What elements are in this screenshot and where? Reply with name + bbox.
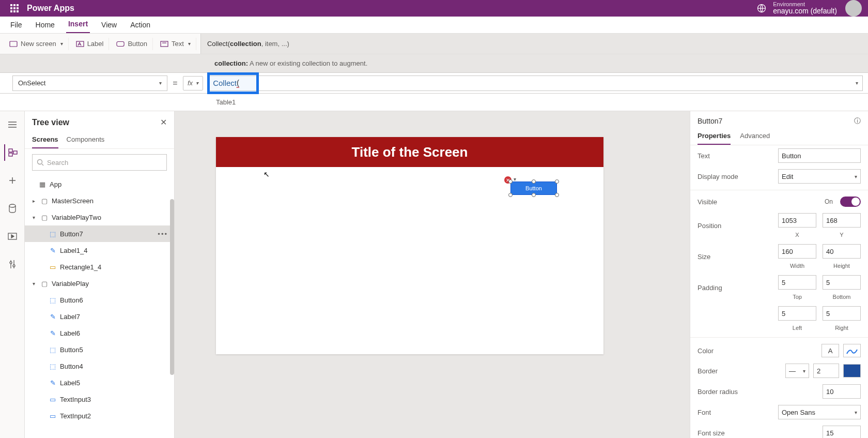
chevron-down-icon: ▾: [188, 41, 191, 47]
rail-tree-view[interactable]: [4, 144, 21, 161]
formula-input[interactable]: Collect( ▾: [208, 75, 863, 91]
canvas-area: Title of the Screen ↖ Button ✕ ▾ Variab: [175, 111, 690, 438]
formula-suggestion[interactable]: Table1: [216, 98, 236, 106]
rectangle-control-icon: ▭: [49, 263, 57, 271]
insert-label-button[interactable]: Label: [71, 38, 110, 50]
canvas-stage[interactable]: Title of the Screen ↖ Button ✕ ▾: [175, 111, 690, 438]
tab-screens[interactable]: Screens: [32, 132, 58, 148]
tree-node-textinput3[interactable]: ▭TextInput3: [25, 391, 174, 407]
menu-file[interactable]: File: [8, 18, 24, 33]
close-icon[interactable]: ✕: [160, 117, 167, 127]
prop-visible-toggle[interactable]: [840, 197, 861, 207]
button-control-icon: ⬚: [49, 362, 57, 370]
rail-data[interactable]: [4, 200, 21, 217]
prop-visible-value: On: [825, 198, 833, 205]
collapse-icon[interactable]: ▾: [30, 281, 37, 286]
new-screen-button[interactable]: New screen ▾: [4, 38, 69, 50]
tree-node-label1-4[interactable]: ✎Label1_4: [25, 242, 174, 259]
tree-view-panel: Tree view ✕ Screens Components Search ▦A…: [25, 111, 175, 438]
chevron-down-icon[interactable]: ▾: [856, 80, 858, 86]
tree-search-input[interactable]: Search: [32, 154, 167, 171]
cursor-icon: ↖: [264, 170, 270, 178]
menu-view[interactable]: View: [99, 18, 119, 33]
prop-displaymode-select[interactable]: Edit▾: [778, 169, 861, 184]
button-control-icon: ⬚: [49, 296, 57, 304]
prop-pos-x-input[interactable]: 1053: [778, 213, 816, 228]
tree-node-masterscreen[interactable]: ▸▢MasterScreen: [25, 192, 174, 209]
artboard[interactable]: Title of the Screen ↖ Button ✕ ▾: [216, 137, 603, 354]
prop-label-text: Text: [698, 152, 774, 160]
tree-node-button4[interactable]: ⬚Button4: [25, 358, 174, 374]
waffle-icon[interactable]: [6, 0, 23, 17]
user-avatar[interactable]: [845, 0, 862, 17]
resize-handle[interactable]: [508, 179, 513, 184]
menu-home[interactable]: Home: [34, 18, 57, 33]
tree-node-variableplay[interactable]: ▾▢VariablePlay: [25, 275, 174, 292]
prop-border-width-input[interactable]: 2: [813, 364, 839, 378]
prop-font-color-button[interactable]: A: [822, 344, 839, 357]
title-bar: Power Apps Environment enayu.com (defaul…: [0, 0, 868, 17]
prop-text-input[interactable]: Button: [778, 148, 861, 163]
tab-components[interactable]: Components: [67, 132, 105, 148]
rail-advanced-tools[interactable]: [4, 256, 21, 273]
chevron-down-icon[interactable]: ▾: [514, 176, 516, 182]
prop-pad-right-input[interactable]: 5: [823, 306, 861, 321]
prop-pad-bottom-input[interactable]: 5: [823, 275, 861, 290]
prop-font-select[interactable]: Open Sans▾: [778, 405, 861, 419]
tab-advanced[interactable]: Advanced: [740, 129, 770, 145]
resize-handle[interactable]: [555, 179, 559, 184]
more-icon[interactable]: •••: [158, 230, 168, 238]
prop-pos-y-input[interactable]: 168: [823, 213, 861, 228]
prop-fill-color-button[interactable]: [843, 344, 861, 357]
prop-pad-top-input[interactable]: 5: [778, 275, 816, 290]
prop-font-size-input[interactable]: 15: [823, 426, 861, 438]
insert-text-button[interactable]: Text ▾: [155, 38, 196, 50]
insert-button-text: Button: [128, 40, 147, 48]
property-selector-value: OnSelect: [18, 79, 45, 87]
rail-media[interactable]: [4, 228, 21, 245]
tree-node-label6[interactable]: ✎Label6: [25, 325, 174, 341]
tree-node-label7[interactable]: ✎Label7: [25, 308, 174, 325]
resize-handle[interactable]: [532, 193, 536, 197]
prop-label-font-size: Font size: [698, 429, 818, 437]
tree-node-variableplaytwo[interactable]: ▾▢VariablePlayTwo: [25, 209, 174, 225]
prop-border-style-select[interactable]: —▾: [785, 364, 809, 378]
chevron-down-icon: ▾: [855, 174, 857, 179]
tab-properties[interactable]: Properties: [698, 129, 731, 145]
prop-height-input[interactable]: 40: [823, 244, 861, 259]
help-icon[interactable]: ⓘ: [854, 116, 861, 126]
tree-node-button7[interactable]: ⬚Button7•••: [25, 225, 174, 242]
resize-handle[interactable]: [532, 179, 536, 184]
svg-point-20: [13, 265, 15, 267]
expand-icon[interactable]: ▸: [30, 198, 37, 204]
environment-picker[interactable]: Environment enayu.com (default): [755, 1, 837, 15]
rail-insert[interactable]: [4, 172, 21, 189]
menu-action[interactable]: Action: [128, 18, 152, 33]
environment-name: enayu.com (default): [773, 7, 837, 15]
label-control-icon: ✎: [49, 329, 57, 337]
prop-width-input[interactable]: 160: [778, 244, 816, 259]
tree-node-rectangle1-4[interactable]: ▭Rectangle1_4: [25, 259, 174, 275]
prop-border-radius-input[interactable]: 10: [823, 384, 861, 399]
prop-border-color-button[interactable]: [843, 364, 861, 377]
fx-button[interactable]: fx ▾: [183, 76, 203, 90]
property-selector[interactable]: OnSelect ▾: [12, 75, 167, 91]
button-control-icon: ⬚: [49, 345, 57, 354]
resize-handle[interactable]: [508, 193, 513, 197]
collapse-icon[interactable]: ▾: [30, 215, 37, 220]
prop-pad-left-input[interactable]: 5: [778, 306, 816, 321]
label-control-icon: ✎: [49, 379, 57, 387]
insert-button-button[interactable]: Button: [111, 38, 153, 50]
rail-hamburger[interactable]: [4, 116, 21, 133]
tree-node-label5[interactable]: ✎Label5: [25, 374, 174, 391]
tree-node-textinput2[interactable]: ▭TextInput2: [25, 407, 174, 424]
tree-node-button5[interactable]: ⬚Button5: [25, 341, 174, 358]
signature-fn: Collect(: [207, 40, 230, 48]
tree-node-app[interactable]: ▦App: [25, 176, 174, 192]
hint-label: collection:: [214, 59, 248, 67]
tree-scrollbar[interactable]: [170, 199, 174, 375]
resize-handle[interactable]: [555, 193, 559, 197]
menu-insert[interactable]: Insert: [66, 17, 90, 33]
svg-rect-6: [10, 10, 12, 12]
tree-node-button6[interactable]: ⬚Button6: [25, 292, 174, 308]
